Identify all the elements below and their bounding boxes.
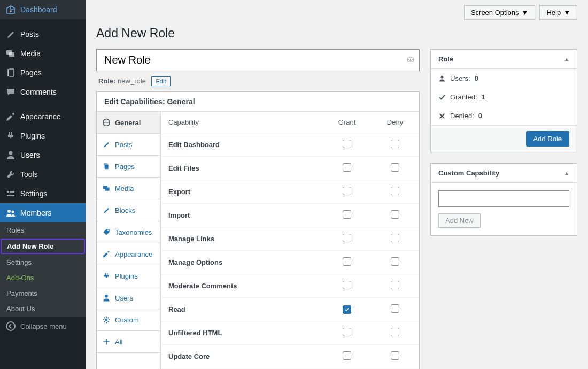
role-meta-toggle[interactable]: Role▲ — [431, 50, 577, 69]
svg-rect-8 — [7, 191, 9, 193]
role-slug-value: new_role — [118, 77, 146, 85]
stat-granted: Granted: 1 — [431, 88, 577, 106]
grant-checkbox[interactable] — [343, 351, 351, 360]
cap-tab-all[interactable]: All — [97, 331, 160, 353]
users-icon — [5, 150, 16, 160]
cap-tab-media[interactable]: Media — [97, 178, 160, 199]
pages-icon — [102, 162, 111, 171]
add-custom-capability-button[interactable]: Add New — [438, 213, 481, 228]
sidebar-item-label: Users — [20, 151, 40, 159]
deny-checkbox[interactable] — [391, 351, 399, 360]
role-name-input[interactable] — [96, 49, 420, 71]
cap-tab-label: General — [115, 119, 141, 127]
sidebar-item-posts[interactable]: Posts — [0, 25, 86, 44]
submenu-item-add-new-role[interactable]: Add New Role — [1, 239, 85, 254]
grant-checkbox[interactable] — [343, 328, 351, 336]
cap-label: Export — [161, 181, 323, 202]
cap-col-deny: Deny — [371, 112, 419, 133]
collapse-icon — [5, 321, 16, 332]
sidebar-item-dashboard[interactable]: Dashboard — [0, 0, 86, 19]
plugins-icon — [102, 272, 111, 280]
cap-tab-general[interactable]: General — [97, 112, 160, 134]
cap-label: Read — [161, 299, 323, 320]
grant-checkbox[interactable] — [343, 140, 351, 148]
cap-tab-users[interactable]: Users — [97, 287, 160, 309]
custom-capability-toggle[interactable]: Custom Capability▲ — [431, 164, 577, 183]
submenu-item-addons[interactable]: Add-Ons — [0, 270, 86, 286]
submenu-item-payments[interactable]: Payments — [0, 286, 86, 301]
posts-icon — [5, 29, 16, 40]
cap-tab-custom[interactable]: Custom — [97, 309, 160, 331]
grant-checkbox[interactable] — [343, 281, 351, 289]
cap-tab-pages[interactable]: Pages — [97, 156, 160, 178]
appearance-icon — [5, 111, 16, 122]
screen-options-button[interactable]: Screen Options ▼ — [464, 5, 535, 20]
sidebar-item-plugins[interactable]: Plugins — [0, 126, 86, 145]
capabilities-panel: Edit Capabilities: General GeneralPostsP… — [96, 91, 420, 369]
sidebar-item-appearance[interactable]: Appearance — [0, 107, 86, 126]
cap-label: Edit Files — [161, 158, 323, 179]
members-icon — [5, 207, 16, 218]
svg-rect-22 — [105, 164, 109, 170]
role-slug-row: Role: new_role Edit — [96, 71, 420, 91]
users-icon — [102, 294, 111, 302]
cap-tab-plugins[interactable]: Plugins — [97, 265, 160, 287]
sidebar-item-media[interactable]: Media — [0, 44, 86, 63]
cap-label: Update Core — [161, 346, 323, 367]
plugins-icon — [5, 130, 16, 141]
keyboard-icon — [407, 56, 414, 65]
custom-capability-input[interactable] — [438, 190, 569, 207]
grant-checkbox[interactable] — [343, 305, 351, 314]
grant-checkbox[interactable] — [343, 257, 351, 266]
submenu-item-about[interactable]: About Us — [0, 301, 86, 317]
cap-tab-label: Appearance — [115, 250, 152, 258]
edit-slug-button[interactable]: Edit — [151, 76, 171, 86]
sidebar-item-tools[interactable]: Tools — [0, 165, 86, 184]
cap-row: Import — [161, 204, 419, 227]
svg-point-6 — [12, 113, 14, 115]
cap-tab-posts[interactable]: Posts — [97, 134, 160, 156]
svg-rect-11 — [12, 195, 14, 196]
sidebar-item-label: Comments — [20, 88, 57, 96]
user-icon — [438, 75, 446, 82]
deny-checkbox[interactable] — [391, 328, 399, 336]
taxonomies-icon — [102, 228, 111, 236]
cap-tab-label: Blocks — [115, 206, 135, 214]
caret-down-icon: ▼ — [522, 9, 529, 17]
deny-checkbox[interactable] — [391, 163, 399, 172]
deny-checkbox[interactable] — [391, 281, 399, 289]
grant-checkbox[interactable] — [343, 163, 351, 172]
add-role-button[interactable]: Add Role — [526, 131, 569, 147]
deny-checkbox[interactable] — [391, 140, 399, 148]
svg-point-28 — [105, 319, 108, 321]
submenu-item-settings[interactable]: Settings — [0, 255, 86, 270]
deny-checkbox[interactable] — [391, 304, 399, 313]
cap-tab-taxonomies[interactable]: Taxonomies — [97, 221, 160, 243]
grant-checkbox[interactable] — [343, 234, 351, 242]
pages-icon — [5, 67, 16, 78]
cap-tab-appearance[interactable]: Appearance — [97, 243, 160, 265]
grant-checkbox[interactable] — [343, 187, 351, 195]
stat-denied: Denied: 0 — [431, 106, 577, 125]
sidebar-item-comments[interactable]: Comments — [0, 82, 86, 102]
svg-point-29 — [441, 75, 444, 78]
sidebar-item-users[interactable]: Users — [0, 145, 86, 165]
deny-checkbox[interactable] — [391, 234, 399, 242]
help-button[interactable]: Help ▼ — [539, 5, 577, 20]
cap-tab-label: Media — [115, 184, 134, 193]
grant-checkbox[interactable] — [343, 210, 351, 219]
sidebar-item-members[interactable]: Members — [0, 203, 86, 222]
svg-rect-4 — [9, 69, 14, 76]
svg-rect-18 — [412, 59, 412, 59]
collapse-menu-button[interactable]: Collapse menu — [0, 317, 86, 336]
sidebar-item-label: Posts — [20, 30, 39, 39]
deny-checkbox[interactable] — [391, 210, 399, 219]
cap-tab-blocks[interactable]: Blocks — [97, 199, 160, 221]
submenu-item-roles[interactable]: Roles — [0, 222, 86, 238]
deny-checkbox[interactable] — [391, 187, 399, 195]
sidebar-item-settings[interactable]: Settings — [0, 184, 86, 203]
svg-rect-2 — [9, 52, 14, 57]
sidebar-item-pages[interactable]: Pages — [0, 63, 86, 82]
sidebar-item-label: Settings — [20, 189, 48, 198]
deny-checkbox[interactable] — [391, 257, 399, 266]
